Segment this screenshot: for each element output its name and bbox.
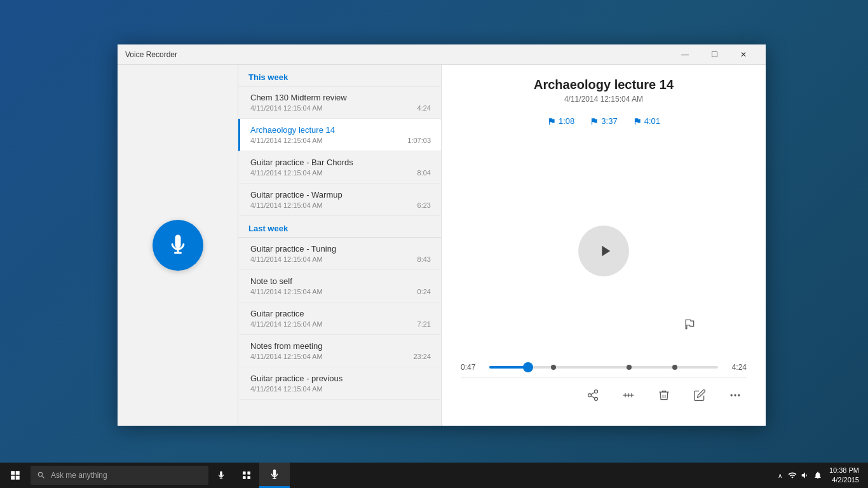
recording-item[interactable]: Guitar practice - Bar Chords 4/11/2014 1… <box>238 151 441 184</box>
network-icon[interactable] <box>787 470 797 480</box>
recording-name: Guitar practice - previous <box>250 374 431 383</box>
play-area <box>461 139 747 363</box>
svg-point-0 <box>595 390 598 393</box>
notifications-icon[interactable] <box>813 470 823 480</box>
recording-date: 4/11/2014 12:15:04 AM <box>250 288 323 295</box>
recording-meta: 4/11/2014 12:15:04 AM 8:43 <box>250 255 431 263</box>
flag-icon <box>633 117 642 126</box>
search-placeholder: Ask me anything <box>51 471 107 480</box>
record-button[interactable] <box>153 220 203 271</box>
recordings-panel: This week Chem 130 Midterm review 4/11/2… <box>238 65 442 426</box>
window-title: Voice Recorder <box>125 50 670 59</box>
recording-item[interactable]: Guitar practice - Warmup 4/11/2014 12:15… <box>238 184 441 216</box>
window-controls: — ☐ ✕ <box>670 44 758 65</box>
flag-icon <box>590 117 599 126</box>
rename-button[interactable] <box>688 384 711 407</box>
rename-icon <box>693 389 706 402</box>
marker-dot-2 <box>627 365 632 370</box>
notification-chevron[interactable]: ∧ <box>775 472 785 479</box>
svg-rect-12 <box>247 476 250 479</box>
taskbar-mic-button[interactable] <box>208 463 234 488</box>
total-time: 4:24 <box>724 363 747 372</box>
progress-track[interactable] <box>489 366 718 369</box>
share-icon <box>587 389 599 402</box>
recording-meta: 4/11/2014 12:15:04 AM 0:24 <box>250 288 431 295</box>
flag-outline-icon <box>683 318 696 330</box>
svg-rect-11 <box>243 476 246 479</box>
delete-icon <box>658 389 670 402</box>
recording-item[interactable]: Archaeology lecture 14 4/11/2014 12:15:0… <box>238 119 441 151</box>
player-markers: 1:08 3:37 4:01 <box>461 116 747 126</box>
recording-item[interactable]: Notes from meeting 4/11/2014 12:15:04 AM… <box>238 335 441 367</box>
recording-duration: 7:21 <box>417 320 431 328</box>
recording-name: Guitar practice - Tuning <box>250 244 431 254</box>
recording-meta: 4/11/2014 12:15:04 AM 1:07:03 <box>250 137 431 144</box>
start-button[interactable] <box>0 463 31 488</box>
taskbar: Ask me anything ∧ <box>0 463 868 488</box>
more-options-button[interactable] <box>724 384 747 407</box>
marker-time: 1:08 <box>559 116 574 126</box>
recording-name: Guitar practice - Warmup <box>250 190 431 200</box>
share-button[interactable] <box>581 384 604 407</box>
progress-area: 0:47 4:24 <box>461 363 747 413</box>
play-button[interactable] <box>578 226 629 276</box>
taskbar-clock[interactable]: 10:38 PM 4/2/2015 <box>825 466 863 485</box>
trim-button[interactable] <box>617 384 640 407</box>
progress-thumb[interactable] <box>523 362 533 372</box>
recording-duration: 23:24 <box>413 353 431 360</box>
recording-meta: 4/11/2014 12:15:04 AM 7:21 <box>250 320 431 328</box>
microphone-icon <box>166 234 189 257</box>
play-icon <box>596 242 614 260</box>
recording-duration: 0:24 <box>417 288 431 295</box>
recording-date: 4/11/2014 12:15:04 AM <box>250 201 323 209</box>
recording-duration: 4:24 <box>417 104 431 112</box>
player-actions <box>461 377 747 407</box>
player-title: Archaeology lecture 14 <box>461 78 747 92</box>
maximize-button[interactable]: ☐ <box>700 44 729 65</box>
windows-icon <box>10 470 21 481</box>
recording-name: Archaeology lecture 14 <box>250 125 431 135</box>
marker-3[interactable]: 4:01 <box>633 116 660 126</box>
recording-date: 4/11/2014 12:15:04 AM <box>250 104 323 112</box>
marker-dot-3 <box>672 365 677 370</box>
task-view-button[interactable] <box>234 463 259 488</box>
svg-rect-10 <box>247 471 250 475</box>
search-box[interactable]: Ask me anything <box>31 466 208 485</box>
recording-name: Note to self <box>250 276 431 286</box>
marker-1[interactable]: 1:08 <box>547 116 574 126</box>
recording-item[interactable]: Chem 130 Midterm review 4/11/2014 12:15:… <box>238 86 441 119</box>
recording-item[interactable]: Guitar practice - Tuning 4/11/2014 12:15… <box>238 238 441 270</box>
recording-date: 4/11/2014 12:15:04 AM <box>250 353 323 360</box>
delete-button[interactable] <box>653 384 675 407</box>
minimize-button[interactable]: — <box>670 44 700 65</box>
marker-dot-1 <box>551 365 556 370</box>
progress-bar-container: 0:47 4:24 <box>461 363 747 372</box>
svg-rect-9 <box>243 471 246 475</box>
record-area <box>118 65 238 426</box>
recording-name: Chem 130 Midterm review <box>250 93 431 102</box>
svg-line-3 <box>591 396 595 398</box>
marker-2[interactable]: 3:37 <box>590 116 617 126</box>
recording-name: Notes from meeting <box>250 341 431 351</box>
voice-recorder-window: Voice Recorder — ☐ ✕ <box>118 44 766 426</box>
recording-item[interactable]: Guitar practice - previous 4/11/2014 12:… <box>238 367 441 400</box>
window-body: This week Chem 130 Midterm review 4/11/2… <box>118 65 766 426</box>
svg-point-6 <box>731 394 733 396</box>
this-week-header: This week <box>238 65 441 86</box>
taskbar-voice-recorder[interactable] <box>259 463 290 488</box>
recording-duration: 8:43 <box>417 255 431 263</box>
add-marker-button[interactable] <box>677 311 702 337</box>
titlebar: Voice Recorder — ☐ ✕ <box>118 44 766 65</box>
close-button[interactable]: ✕ <box>729 44 758 65</box>
desktop: Voice Recorder — ☐ ✕ <box>0 0 868 488</box>
speaker-icon <box>801 471 810 480</box>
taskbar-right: ∧ 10:38 PM 4/2/2015 <box>775 466 868 485</box>
taskbar-time: 10:38 PM <box>829 466 859 475</box>
volume-icon[interactable] <box>800 470 810 480</box>
flag-icon <box>547 117 556 126</box>
recording-item[interactable]: Guitar practice 4/11/2014 12:15:04 AM 7:… <box>238 302 441 335</box>
recording-item[interactable]: Note to self 4/11/2014 12:15:04 AM 0:24 <box>238 270 441 302</box>
player-panel: Archaeology lecture 14 4/11/2014 12:15:0… <box>442 65 766 426</box>
voice-recorder-taskbar-icon <box>269 469 280 480</box>
svg-point-2 <box>595 397 598 400</box>
